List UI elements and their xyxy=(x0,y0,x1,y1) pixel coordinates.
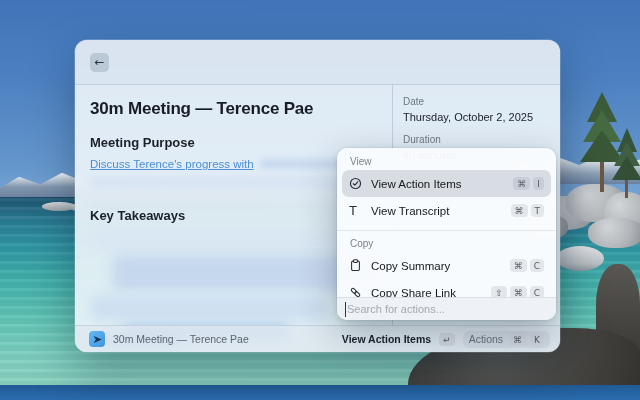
app-icon xyxy=(89,331,105,347)
footer-meeting-title: 30m Meeting — Terence Pae xyxy=(113,333,249,345)
redacted-text xyxy=(90,177,352,188)
t-keycap: T xyxy=(531,204,545,217)
shortcut-keys: ⌘ C xyxy=(510,259,544,272)
back-button[interactable]: ← xyxy=(90,53,109,72)
shortcut-keys: ⌘ I xyxy=(513,177,544,190)
date-value: Thursday, October 2, 2025 xyxy=(403,111,550,123)
window-footer: 30m Meeting — Terence Pae View Action It… xyxy=(75,325,560,352)
wallpaper-bottom-water xyxy=(0,385,640,400)
actions-button-label: Actions xyxy=(469,333,503,345)
c-keycap: C xyxy=(530,259,544,272)
actions-button[interactable]: Actions ⌘ K xyxy=(463,331,550,348)
check-circle-icon xyxy=(349,177,371,190)
paper-plane-icon xyxy=(92,334,103,345)
i-keycap: I xyxy=(533,177,544,190)
meeting-purpose-heading: Meeting Purpose xyxy=(90,135,377,150)
text-icon: T xyxy=(349,203,371,218)
palette-group-copy-label: Copy xyxy=(337,231,556,252)
page-title: 30m Meeting — Terence Pae xyxy=(90,99,377,119)
palette-group-view-label: View xyxy=(337,148,556,170)
purpose-link[interactable]: Discuss Terence's progress with xyxy=(90,158,254,170)
cmd-keycap: ⌘ xyxy=(510,259,527,272)
palette-search-bar xyxy=(337,297,556,320)
palette-item-copy-summary[interactable]: Copy Summary ⌘ C xyxy=(342,252,551,279)
clipboard-icon xyxy=(349,259,371,272)
palette-item-label: Copy Summary xyxy=(371,260,450,272)
date-label: Date xyxy=(403,96,550,107)
cmd-keycap: ⌘ xyxy=(513,177,530,190)
redacted-text xyxy=(90,295,328,321)
redacted-text xyxy=(92,233,350,249)
duration-label: Duration xyxy=(403,134,550,145)
wallpaper-boulder xyxy=(556,246,604,271)
command-palette: View View Action Items ⌘ I T View Transc… xyxy=(337,148,556,320)
key-takeaways-heading: Key Takeaways xyxy=(90,208,377,223)
cmd-keycap: ⌘ xyxy=(509,333,526,346)
cmd-keycap: ⌘ xyxy=(511,204,528,217)
window-header: ← xyxy=(75,40,560,85)
palette-item-label: View Action Items xyxy=(371,178,462,190)
wallpaper-pine-tree xyxy=(612,128,640,198)
footer-actions: View Action Items ↵ Actions ⌘ K xyxy=(342,331,550,348)
palette-item-label: View Transcript xyxy=(371,205,449,217)
search-input[interactable] xyxy=(337,303,556,315)
wallpaper-granite-rock xyxy=(588,218,640,248)
palette-item-view-transcript[interactable]: T View Transcript ⌘ T xyxy=(342,197,551,224)
return-keycap: ↵ xyxy=(439,333,455,346)
text-cursor xyxy=(345,302,346,317)
view-action-items-button[interactable]: View Action Items xyxy=(342,333,431,345)
palette-item-view-action-items[interactable]: View Action Items ⌘ I xyxy=(342,170,551,197)
k-keycap: K xyxy=(530,333,544,346)
desktop: ← 30m Meeting — Terence Pae Meeting Purp… xyxy=(0,0,640,400)
shortcut-keys: ⌘ T xyxy=(511,204,545,217)
purpose-text-line: Discuss Terence's progress with xyxy=(90,158,377,170)
